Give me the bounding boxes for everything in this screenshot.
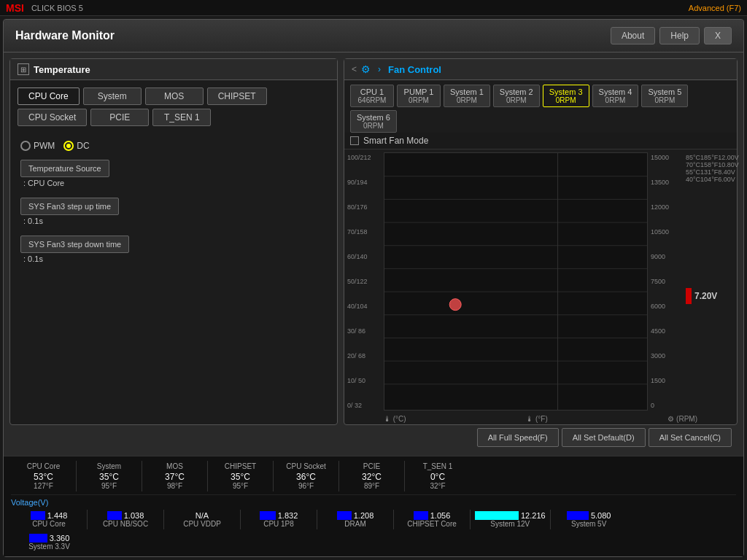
smart-fan-label: Smart Fan Mode — [363, 136, 428, 146]
volt-level-1: 85°C185°F12.00V — [686, 154, 731, 161]
panels-row: ⊞ Temperature CPU Core System MOS CHIPSE… — [9, 58, 738, 425]
temp-btn-system[interactable]: System — [83, 88, 142, 105]
about-button[interactable]: About — [611, 27, 655, 44]
current-volt-display: 7.20V — [686, 288, 731, 304]
fan-chart-svg-container[interactable] — [384, 152, 648, 411]
volt-sidebar: 85°C185°F12.00V 70°C158°F10.80V 55°C131°… — [683, 152, 734, 411]
temp-btn-cpu-core[interactable]: CPU Core — [18, 88, 80, 105]
monitor-system: System 35°C 95°F — [77, 461, 142, 491]
volt-cpu-vddp: N/A CPU VDDP — [164, 510, 241, 529]
step-up-group: SYS Fan3 step up time : 0.1s — [20, 198, 327, 227]
volt-indicator-bar — [686, 288, 692, 304]
pwm-radio-circle — [20, 141, 31, 151]
chart-drag-handle[interactable] — [449, 299, 461, 311]
volt-level-4: 40°C104°F6.00V — [686, 176, 731, 183]
pwm-dc-row: PWM DC — [20, 141, 327, 151]
volt-cpu-1p8: 1.832 CPU 1P8 — [241, 510, 317, 529]
set-default-button[interactable]: All Set Default(D) — [562, 428, 646, 447]
chart-rpm-labels: 15000 13500 12000 10500 9000 7500 6000 4… — [648, 152, 683, 411]
volt-level-2: 70°C158°F10.80V — [686, 161, 731, 168]
set-cancel-button[interactable]: All Set Cancel(C) — [649, 428, 732, 447]
close-button[interactable]: X — [704, 27, 732, 44]
fahrenheit-label: 🌡 (°F) — [526, 415, 548, 423]
volt-bar-sys33v — [29, 534, 47, 542]
temp-source-button[interactable]: Temperature Source — [20, 160, 109, 177]
fan-nav-back[interactable]: < — [352, 64, 357, 74]
dc-radio-circle — [63, 141, 74, 151]
pwm-label: PWM — [34, 141, 55, 151]
content-area: ⊞ Temperature CPU Core System MOS CHIPSE… — [4, 52, 743, 456]
volt-bar-chipset — [414, 511, 428, 520]
fan-tab-sys1[interactable]: System 1 0RPM — [444, 85, 490, 107]
bios-mode: Advanced (F7) — [689, 4, 741, 12]
fan-tab-sys6[interactable]: System 6 0RPM — [350, 110, 397, 133]
monitor-pcie: PCIE 32°C 89°F — [339, 461, 405, 491]
temp-btn-tsen1[interactable]: T_SEN 1 — [152, 109, 211, 126]
celsius-icon: 🌡 (°C) — [384, 415, 406, 423]
temp-btn-chipset[interactable]: CHIPSET — [207, 88, 267, 105]
fan-tabs: CPU 1 646RPM PUMP 1 0RPM System 1 0RPM S… — [344, 80, 737, 133]
fan-panel-title: Fan Control — [388, 64, 441, 75]
dc-radio[interactable]: DC — [63, 141, 89, 151]
temp-panel-title: Temperature — [34, 64, 90, 75]
step-up-button[interactable]: SYS Fan3 step up time — [20, 198, 119, 215]
fan-chart-svg — [384, 153, 647, 410]
current-volt-value: 7.20V — [694, 291, 717, 301]
fan-icon: ⚙ — [361, 63, 371, 75]
volt-bar-cpu-nb — [107, 511, 122, 520]
temp-expand-icon[interactable]: ⊞ — [18, 63, 29, 75]
fan-tab-sys2[interactable]: System 2 0RPM — [493, 85, 540, 107]
step-down-button[interactable]: SYS Fan3 step down time — [20, 236, 129, 253]
volt-bar-sys12v — [475, 511, 519, 520]
volt-sys33v-row: 3.360 System 3.3V — [11, 529, 736, 552]
step-down-group: SYS Fan3 step down time : 0.1s — [20, 236, 327, 265]
temperature-panel: ⊞ Temperature CPU Core System MOS CHIPSE… — [9, 58, 338, 425]
bios-title: CLICK BIOS 5 — [31, 4, 689, 12]
action-buttons-row: All Full Speed(F) All Set Default(D) All… — [9, 425, 738, 450]
volt-sys5v: 5.080 System 5V — [551, 510, 627, 529]
monitor-cpu-core: CPU Core 53°C 127°F — [11, 461, 77, 491]
volt-dram: 1.208 DRAM — [317, 510, 394, 529]
help-button[interactable]: Help — [659, 27, 700, 44]
chart-y-labels: 100/212 90/194 80/176 70/158 60/140 50/1… — [347, 152, 384, 411]
monitor-tsen1: T_SEN 1 0°C 32°F — [405, 461, 471, 491]
fan-tab-sys4[interactable]: System 4 0RPM — [592, 85, 639, 107]
fan-tab-cpu1[interactable]: CPU 1 646RPM — [350, 85, 394, 107]
window-title: Hardware Monitor — [15, 29, 606, 42]
temp-buttons-container: CPU Core System MOS CHIPSET CPU Socket P… — [10, 80, 337, 133]
window-titlebar: Hardware Monitor About Help X — [4, 20, 743, 52]
monitor-mos: MOS 37°C 98°F — [142, 461, 208, 491]
fan-control-panel: < ⚙ › Fan Control CPU 1 646RPM PUMP 1 0R… — [344, 58, 738, 425]
step-up-value: : 0.1s — [20, 215, 327, 227]
volt-bar-cpu-core — [31, 511, 45, 520]
fan-nav-arrow: › — [378, 64, 381, 74]
temp-source-group: Temperature Source : CPU Core — [20, 160, 327, 189]
fan-tab-pump1[interactable]: PUMP 1 0RPM — [397, 85, 441, 107]
voltage-section: Voltage(V) 1.448 CPU Core 1.038 CPU NB/S… — [11, 495, 736, 552]
volt-bar-cpu-1p8 — [260, 511, 276, 520]
smart-fan-mode-header: Smart Fan Mode — [344, 133, 737, 149]
monitor-chipset: CHIPSET 35°C 95°F — [208, 461, 274, 491]
volt-cpu-nb: 1.038 CPU NB/SOC — [88, 510, 164, 529]
voltage-items: 1.448 CPU Core 1.038 CPU NB/SOC N/A CPU — [11, 510, 736, 529]
volt-chipset: 1.056 CHIPSET Core — [394, 510, 471, 529]
chart-bottom-labels: 🌡 (°C) 🌡 (°F) ⚙ (RPM) — [344, 413, 737, 424]
volt-sys33v: 3.360 System 3.3V — [11, 532, 88, 552]
rpm-icon-label: ⚙ (RPM) — [667, 415, 697, 423]
volt-bar-dram — [337, 511, 352, 520]
dc-label: DC — [77, 141, 89, 151]
fan-tab-sys3[interactable]: System 3 0RPM — [543, 85, 589, 107]
temp-btn-pcie[interactable]: PCIE — [90, 109, 149, 126]
fan-tab-sys5[interactable]: System 5 0RPM — [641, 85, 688, 107]
monitor-cpu-socket: CPU Socket 36°C 96°F — [274, 461, 339, 491]
fan-panel-header: < ⚙ › Fan Control — [344, 59, 737, 80]
volt-bar-sys5v — [567, 511, 589, 520]
full-speed-button[interactable]: All Full Speed(F) — [477, 428, 559, 447]
voltage-section-label: Voltage(V) — [11, 498, 736, 507]
temp-panel-header: ⊞ Temperature — [10, 59, 337, 80]
temp-btn-mos[interactable]: MOS — [145, 88, 204, 105]
temp-btn-cpu-socket[interactable]: CPU Socket — [18, 109, 87, 126]
smart-fan-checkbox[interactable] — [350, 136, 359, 145]
pwm-radio[interactable]: PWM — [20, 141, 55, 151]
step-down-value: : 0.1s — [20, 253, 327, 265]
